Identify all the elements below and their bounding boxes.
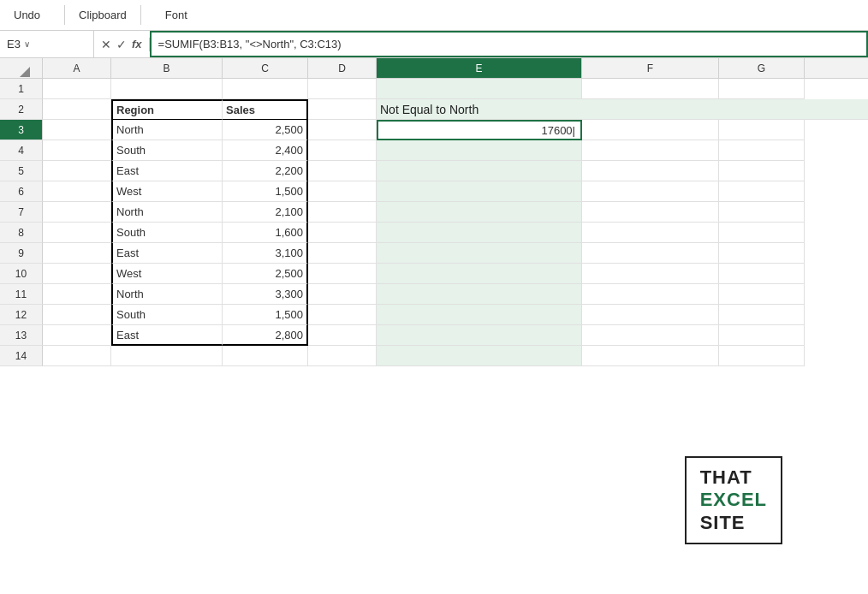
row-header-13[interactable]: 13 [0,325,43,346]
cell-e14[interactable] [377,346,582,366]
row-header-14[interactable]: 14 [0,346,43,366]
cell-f5[interactable] [582,161,719,181]
row-header-8[interactable]: 8 [0,223,43,243]
cell-a9[interactable] [43,243,111,264]
row-header-6[interactable]: 6 [0,181,43,202]
cell-b3[interactable]: North [111,120,223,140]
col-header-d[interactable]: D [308,58,377,78]
cell-c13[interactable]: 2,800 [223,325,308,346]
cell-d4[interactable] [308,140,377,161]
cell-g7[interactable] [719,202,805,223]
cell-a1[interactable] [43,79,111,99]
cell-e12[interactable] [377,305,582,325]
cell-c2[interactable]: Sales [223,99,308,120]
cell-a13[interactable] [43,325,111,346]
cell-d14[interactable] [308,346,377,366]
cell-c11[interactable]: 3,300 [223,284,308,305]
cell-a14[interactable] [43,346,111,366]
cell-f9[interactable] [582,243,719,264]
cell-c6[interactable]: 1,500 [223,181,308,202]
cell-a3[interactable] [43,120,111,140]
cell-reference-box[interactable]: E3 ∨ [0,31,94,57]
cell-a4[interactable] [43,140,111,161]
cell-f12[interactable] [582,305,719,325]
cell-b7[interactable]: North [111,202,223,223]
col-header-c[interactable]: C [223,58,308,78]
cell-a10[interactable] [43,264,111,284]
cell-g4[interactable] [719,140,805,161]
cell-e11[interactable] [377,284,582,305]
cell-b8[interactable]: South [111,223,223,243]
cell-e6[interactable] [377,181,582,202]
cell-b14[interactable] [111,346,223,366]
row-header-12[interactable]: 12 [0,305,43,325]
cell-e4[interactable] [377,140,582,161]
col-header-g[interactable]: G [719,58,805,78]
cell-c7[interactable]: 2,100 [223,202,308,223]
cell-a12[interactable] [43,305,111,325]
cell-d7[interactable] [308,202,377,223]
cell-g3[interactable] [719,120,805,140]
cell-b12[interactable]: South [111,305,223,325]
col-header-b[interactable]: B [111,58,223,78]
cell-b13[interactable]: East [111,325,223,346]
cell-d11[interactable] [308,284,377,305]
cell-a7[interactable] [43,202,111,223]
cell-g6[interactable] [719,181,805,202]
cancel-formula-icon[interactable]: ✕ [101,38,111,51]
cell-f11[interactable] [582,284,719,305]
cell-g8[interactable] [719,223,805,243]
cell-f3[interactable] [582,120,719,140]
cell-d8[interactable] [308,223,377,243]
confirm-formula-icon[interactable]: ✓ [116,38,127,51]
cell-a8[interactable] [43,223,111,243]
cell-f10[interactable] [582,264,719,284]
cell-ref-chevron-icon[interactable]: ∨ [24,39,30,49]
cell-d3[interactable] [308,120,377,140]
undo-label[interactable]: Undo [7,5,47,25]
cell-f7[interactable] [582,202,719,223]
row-header-10[interactable]: 10 [0,264,43,284]
cell-g1[interactable] [719,79,805,99]
cell-f1[interactable] [582,79,719,99]
cell-c10[interactable]: 2,500 [223,264,308,284]
cell-d2[interactable] [308,99,377,120]
cell-d10[interactable] [308,264,377,284]
row-header-2[interactable]: 2 [0,99,43,120]
cell-g14[interactable] [719,346,805,366]
cell-e1[interactable] [377,79,582,99]
cell-b10[interactable]: West [111,264,223,284]
row-header-5[interactable]: 5 [0,161,43,181]
cell-g11[interactable] [719,284,805,305]
cell-f6[interactable] [582,181,719,202]
cell-a11[interactable] [43,284,111,305]
row-header-3[interactable]: 3 [0,120,43,140]
row-header-7[interactable]: 7 [0,202,43,223]
cell-e10[interactable] [377,264,582,284]
cell-d1[interactable] [308,79,377,99]
cell-e9[interactable] [377,243,582,264]
cell-e8[interactable] [377,223,582,243]
insert-function-icon[interactable]: fx [132,38,142,50]
formula-input[interactable]: =SUMIF(B3:B13, "<>North", C3:C13) [150,31,868,57]
cell-e3[interactable]: 17600 [377,120,582,140]
cell-b6[interactable]: West [111,181,223,202]
cell-g9[interactable] [719,243,805,264]
cell-g10[interactable] [719,264,805,284]
cell-d9[interactable] [308,243,377,264]
cell-a5[interactable] [43,161,111,181]
select-all-icon[interactable] [20,67,30,77]
cell-d12[interactable] [308,305,377,325]
cell-f14[interactable] [582,346,719,366]
row-header-4[interactable]: 4 [0,140,43,161]
cell-b5[interactable]: East [111,161,223,181]
cell-c5[interactable]: 2,200 [223,161,308,181]
cell-a2[interactable] [43,99,111,120]
cell-b1[interactable] [111,79,223,99]
row-header-9[interactable]: 9 [0,243,43,264]
col-header-a[interactable]: A [43,58,111,78]
cell-c1[interactable] [223,79,308,99]
cell-d5[interactable] [308,161,377,181]
col-header-f[interactable]: F [582,58,719,78]
cell-e13[interactable] [377,325,582,346]
